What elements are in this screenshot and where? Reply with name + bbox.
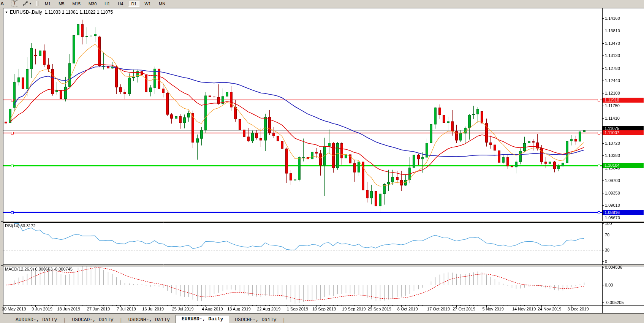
price-chart-canvas[interactable] <box>0 0 644 323</box>
price-axis-tick: 1.12100 <box>605 91 620 95</box>
macd-label: MACD(12,26,9) 0.000663 -0.000745 <box>5 267 73 271</box>
price-axis-tick: 1.08670 <box>605 216 620 220</box>
rsi-axis-label: 0 <box>605 260 607 264</box>
timeframe-button-group: M1M5M15M30H1H4D1W1MN <box>42 0 170 7</box>
date-axis-label: 19 Sep 2019 <box>342 307 366 311</box>
price-line-tag: 1.10104 <box>603 163 644 168</box>
rsi-axis-label: 70 <box>605 233 609 237</box>
text-tool-button[interactable]: T <box>11 0 18 6</box>
price-axis-tick: 1.09700 <box>605 179 620 183</box>
timeframe-button-H4[interactable]: H4 <box>115 1 126 7</box>
tab-separator: | <box>119 317 123 323</box>
tab-usdchf[interactable]: USDCHF-, Daily <box>229 317 282 323</box>
rsi-axis-label: 30 <box>605 248 609 252</box>
timeframe-button-M30[interactable]: M30 <box>85 1 100 7</box>
timeframe-button-D1[interactable]: D1 <box>128 1 139 7</box>
price-line-tag: 1.11007 <box>603 130 644 135</box>
price-axis-tick: 1.11750 <box>605 104 620 108</box>
tab-bar-spacer <box>0 314 10 323</box>
collapse-chart-icon[interactable]: ▼ <box>5 11 8 14</box>
tab-usdcnh[interactable]: USDCNH-, Daily <box>123 317 176 323</box>
price-axis-tick: 1.09350 <box>605 191 620 195</box>
price-axis-tick: 1.12440 <box>605 79 620 83</box>
toolbar-separator <box>36 1 38 6</box>
toolbar: A T ▼ M1M5M15M30H1H4D1W1MN <box>0 0 644 7</box>
price-axis-tick: 1.13810 <box>605 29 620 33</box>
date-axis-label: 17 Oct 2019 <box>427 307 450 311</box>
date-axis-label: 29 Sep 2019 <box>367 307 391 311</box>
price-axis-tick: 1.10380 <box>605 154 620 158</box>
chart-title-ohlc: 1.11033 1.11081 1.11022 1.11075 <box>44 10 113 15</box>
tab-audusd[interactable]: AUDUSD-, Daily <box>10 317 63 323</box>
crosshair-arrows-icon <box>22 1 28 6</box>
macd-axis-label: 0.004536 <box>605 265 622 269</box>
chart-tab-bar: AUDUSD-, Daily|USDCAD-, Daily|USDCNH-, D… <box>0 314 644 323</box>
price-axis-tick: 1.12780 <box>605 66 620 71</box>
timeframe-button-MN[interactable]: MN <box>156 1 168 7</box>
macd-axis-label: 0.00 <box>605 283 613 287</box>
price-axis-tick: 1.13470 <box>605 41 620 46</box>
date-axis-label: 27 Jun 2019 <box>87 307 110 311</box>
chart-title-symbol: EURUSD-,Daily <box>10 10 42 15</box>
date-axis-label: 14 Nov 2019 <box>512 307 536 311</box>
price-axis-tick: 1.14160 <box>605 16 620 21</box>
price-axis-tick: 1.09010 <box>605 203 620 207</box>
timeframe-button-W1[interactable]: W1 <box>141 1 154 7</box>
date-axis-label: 18 Jun 2019 <box>57 307 80 311</box>
date-axis-label: 1 Sep 2019 <box>287 307 308 311</box>
date-axis-label: 25 Jul 2019 <box>172 307 194 311</box>
macd-axis-label: -0.005205 <box>605 301 624 305</box>
rsi-axis-label: 100 <box>605 222 612 226</box>
mt4-window: A T ▼ M1M5M15M30H1H4D1W1MN ▼EURUSD-,Dail… <box>0 0 644 323</box>
date-axis-label: 13 Aug 2019 <box>227 307 251 311</box>
price-axis-tick: 1.11410 <box>605 116 620 120</box>
date-axis-label: 30 May 2019 <box>2 307 26 311</box>
chevron-down-icon: ▼ <box>29 2 32 5</box>
tab-usdcad[interactable]: USDCAD-, Daily <box>66 317 119 323</box>
timeframe-button-M5[interactable]: M5 <box>55 1 67 7</box>
tab-separator: | <box>282 317 286 323</box>
chart-title: ▼EURUSD-,Daily 1.11033 1.11081 1.11022 1… <box>5 10 113 15</box>
timeframe-button-M1[interactable]: M1 <box>42 1 54 7</box>
date-axis-label: 24 Nov 2019 <box>538 307 561 311</box>
date-axis-label: 10 Sep 2019 <box>312 307 336 311</box>
rsi-label: RSI(14) 63.3172 <box>5 223 36 228</box>
date-axis-label: 7 Jul 2019 <box>117 307 136 311</box>
date-axis-label: 8 Oct 2019 <box>397 307 418 311</box>
cursor-tool-button[interactable]: ▼ <box>22 1 32 6</box>
date-axis-label: 4 Aug 2019 <box>202 307 223 311</box>
date-axis-label: 27 Oct 2019 <box>453 307 475 311</box>
date-axis-label: 16 Jul 2019 <box>142 307 164 311</box>
tab-eurusd[interactable]: EURUSD-, Daily <box>176 315 229 323</box>
price-line-tag: 1.11910 <box>603 98 644 103</box>
price-axis-tick: 1.10720 <box>605 141 620 146</box>
timeframe-button-M15[interactable]: M15 <box>69 1 83 7</box>
date-axis-label: 5 Nov 2019 <box>483 307 504 311</box>
date-axis-label: 22 Aug 2019 <box>257 307 280 311</box>
toolbar-letter-a[interactable]: A <box>0 1 6 6</box>
date-axis-label: 3 Dec 2019 <box>567 307 589 311</box>
tab-separator: | <box>63 317 66 323</box>
date-axis-label: 9 Jun 2019 <box>32 307 52 311</box>
timeframe-button-H1[interactable]: H1 <box>101 1 113 7</box>
price-axis-tick: 1.13130 <box>605 54 620 58</box>
price-line-tag: 1.08816 <box>603 210 644 215</box>
